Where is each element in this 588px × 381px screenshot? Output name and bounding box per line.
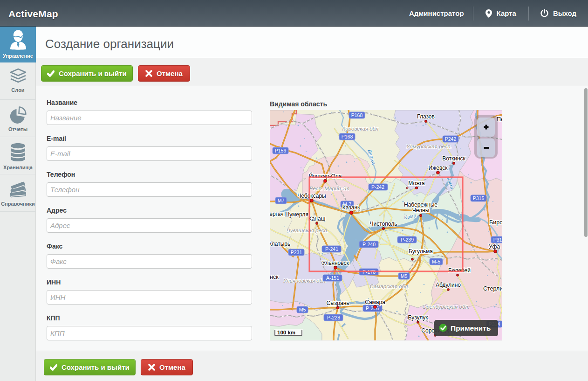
svg-text:Р-242: Р-242	[371, 184, 384, 190]
svg-text:Чувашская респ.: Чувашская респ.	[287, 228, 328, 233]
svg-text:нск: нск	[270, 274, 279, 280]
svg-text:Ульяновская обл.: Ульяновская обл.	[283, 278, 327, 284]
svg-text:Бугульма: Бугульма	[409, 248, 433, 255]
svg-text:М5: М5	[401, 273, 408, 279]
svg-text:Сергач: Сергач	[270, 211, 283, 217]
svg-text:Р-241: Р-241	[325, 246, 338, 252]
svg-text:Р168: Р168	[342, 134, 353, 139]
svg-text:Абдулино: Абдулино	[436, 282, 461, 288]
svg-text:М5: М5	[299, 307, 306, 312]
svg-text:Р168: Р168	[351, 112, 363, 118]
svg-text:Р-226: Р-226	[366, 305, 379, 311]
svg-text:Кировская обл.: Кировская обл.	[342, 126, 380, 132]
svg-text:Самарская обл.: Самарская обл.	[370, 284, 410, 289]
svg-text:Р242: Р242	[445, 136, 457, 142]
svg-text:Самара: Самара	[365, 299, 385, 305]
svg-text:Р315: Р315	[473, 195, 485, 201]
svg-text:Р-239: Р-239	[401, 237, 414, 242]
svg-text:Сызрань: Сызрань	[326, 300, 349, 306]
svg-text:Глазов: Глазов	[417, 113, 435, 120]
svg-text:М7: М7	[278, 198, 285, 203]
svg-text:Применить: Применить	[451, 324, 491, 332]
svg-text:Челны: Челны	[412, 207, 430, 214]
svg-text:Удмуртская респ.: Удмуртская респ.	[406, 144, 452, 149]
svg-text:Р-228: Р-228	[327, 315, 340, 320]
svg-text:100 km: 100 km	[277, 330, 295, 335]
svg-text:Р-240: Р-240	[362, 242, 376, 247]
svg-text:Канаш: Канаш	[308, 215, 326, 222]
svg-text:Алатырь: Алатырь	[270, 241, 290, 247]
svg-text:Р315: Р315	[493, 237, 502, 242]
svg-text:Белебей: Белебей	[448, 267, 471, 274]
svg-text:А-151: А-151	[326, 275, 339, 281]
svg-text:Казань: Казань	[342, 204, 361, 211]
svg-text:Бузулук: Бузулук	[408, 314, 429, 321]
svg-text:Чистополь: Чистополь	[370, 221, 397, 227]
svg-text:Можга: Можга	[408, 180, 425, 187]
svg-text:М-5: М-5	[432, 259, 440, 264]
svg-text:Р231: Р231	[291, 249, 302, 255]
svg-text:Чебоксары: Чебоксары	[297, 193, 326, 199]
svg-text:Бирск: Бирск	[489, 219, 502, 226]
svg-text:Стерлита: Стерлита	[483, 285, 502, 292]
svg-text:Ижевск: Ижевск	[429, 165, 448, 171]
svg-text:Уфа: Уфа	[489, 243, 500, 250]
svg-text:Ульяновск: Ульяновск	[322, 260, 349, 266]
svg-text:Р159: Р159	[275, 148, 287, 153]
svg-text:Шумерля: Шумерля	[284, 211, 308, 218]
svg-text:Воткинск: Воткинск	[442, 155, 465, 162]
svg-text:Йошкар-Ола: Йошкар-Ола	[309, 173, 342, 180]
svg-text:Респ. Марий-Эл: Респ. Марий-Эл	[309, 186, 349, 191]
svg-text:Оренбургская обл.: Оренбургская обл.	[422, 304, 469, 310]
